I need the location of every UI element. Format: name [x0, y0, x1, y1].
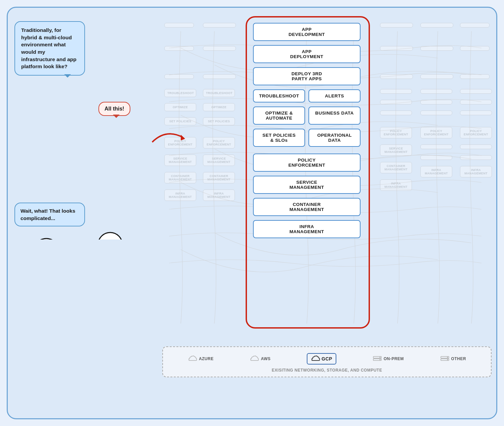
azure-icon-wrap: AZURE: [188, 355, 214, 363]
cloud-provider-row: AZURE AWS: [162, 346, 492, 377]
service-management-box: SERVICEMANAGEMENT: [253, 176, 361, 194]
aws-cloud-icon: [250, 355, 259, 363]
sam-question-bubble: Traditionally, for hybrid & multi-cloud …: [14, 21, 85, 76]
aws-item: AWS: [250, 355, 270, 363]
main-container: Traditionally, for hybrid & multi-cloud …: [7, 7, 497, 419]
on-prem-item: ON-PREM: [373, 355, 404, 362]
policies-operational-row: SET POLICIES& SLOs OPERATIONAL DATA: [253, 129, 361, 147]
svg-point-26: [379, 359, 380, 360]
center-column: APPDEVELOPMENT APPDEPLOYMENT DEPLOY 3RDP…: [246, 14, 367, 242]
svg-point-29: [447, 357, 448, 358]
svg-marker-22: [181, 135, 185, 140]
troubleshoot-box: TROUBLESHOOT: [253, 89, 305, 102]
networking-label: EXISITING NETWORKING, STORAGE, AND COMPU…: [170, 368, 484, 373]
gcp-item: GCP: [307, 353, 336, 365]
erin-response-text: All this!: [104, 106, 124, 112]
optimize-business-row: OPTIMIZE &AUTOMATE BUSINESS DATA: [253, 106, 361, 125]
other-item: OTHER: [440, 355, 466, 362]
azure-item: AZURE: [188, 355, 214, 363]
on-prem-icon: [373, 355, 382, 362]
alerts-box: ALERTS: [308, 89, 361, 102]
svg-point-30: [447, 359, 448, 360]
azure-cloud-icon: [188, 355, 197, 363]
app-deployment-box: APPDEPLOYMENT: [253, 45, 361, 63]
diagram-area: TROUBLESHOOT OPTIMIZE SET POLICIES POLIC…: [162, 14, 492, 367]
svg-point-25: [379, 357, 380, 358]
gcp-label: GCP: [322, 356, 332, 361]
container-management-box: CONTAINERMANAGEMENT: [253, 198, 361, 216]
other-icon: [440, 355, 450, 362]
app-development-box: APPDEVELOPMENT: [253, 23, 361, 41]
gcp-cloud-icon: [311, 355, 320, 363]
policy-enforcement-box: POLICYENFORCEMENT: [253, 154, 361, 172]
erin-response-bubble: All this!: [98, 102, 130, 116]
business-data-box: BUSINESS DATA: [308, 106, 361, 125]
pointing-arrow: [149, 122, 189, 149]
troubleshoot-alerts-row: TROUBLESHOOT ALERTS: [253, 89, 361, 102]
characters-area: SAM ERIN: [11, 119, 156, 240]
set-policies-box: SET POLICIES& SLOs: [253, 129, 305, 147]
optimize-box: OPTIMIZE &AUTOMATE: [253, 106, 305, 125]
svg-point-1: [34, 239, 59, 240]
operational-data-box: OPERATIONAL DATA: [308, 129, 361, 147]
svg-point-11: [98, 232, 122, 240]
aws-icon-wrap: AWS: [250, 355, 270, 363]
other-label: OTHER: [451, 356, 466, 361]
aws-label: AWS: [261, 356, 270, 361]
gcp-border: GCP: [307, 353, 336, 365]
azure-label: AZURE: [199, 356, 214, 361]
other-icon-wrap: OTHER: [440, 355, 466, 362]
infra-management-box: INFRAMANAGEMENT: [253, 220, 361, 238]
on-prem-icon-wrap: ON-PREM: [373, 355, 404, 362]
cloud-icons-row: AZURE AWS: [170, 353, 484, 365]
sam-question-text: Traditionally, for hybrid & multi-cloud …: [21, 27, 77, 69]
deploy-3rd-party-box: DEPLOY 3RDPARTY APPS: [253, 67, 361, 85]
on-prem-label: ON-PREM: [384, 356, 404, 361]
